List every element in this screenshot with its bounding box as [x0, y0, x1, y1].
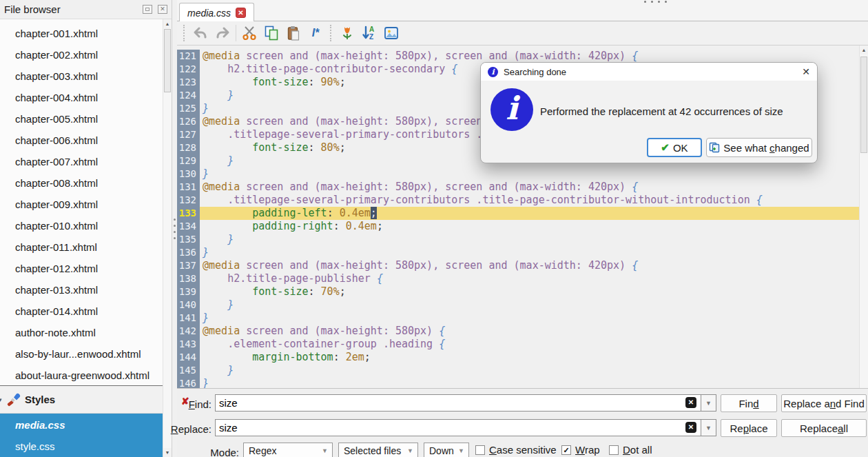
- file-item[interactable]: also-by-laur...enwood.xhtml: [0, 343, 163, 365]
- code-line-130[interactable]: 130}: [177, 167, 859, 181]
- code-text[interactable]: }: [200, 377, 859, 388]
- code-text[interactable]: }: [200, 233, 859, 246]
- code-line-133[interactable]: 133 padding-left: 0.4em;: [177, 207, 859, 220]
- code-line-146[interactable]: 146}: [177, 377, 859, 388]
- insert-marker-icon[interactable]: I*: [304, 23, 327, 43]
- code-line-131[interactable]: 131@media screen and (max-height: 580px)…: [177, 181, 859, 194]
- replace-button[interactable]: Replace: [721, 419, 777, 437]
- file-item[interactable]: chapter-001.xhtml: [0, 23, 163, 44]
- scroll-up-icon[interactable]: ▲: [860, 45, 868, 54]
- code-text[interactable]: .element-container-group .heading {: [200, 338, 859, 351]
- file-item[interactable]: chapter-010.xhtml: [0, 215, 163, 236]
- styles-section-header[interactable]: ▾ Styles: [0, 386, 163, 414]
- file-browser-scrollbar[interactable]: ▲ ▼: [163, 19, 172, 457]
- dialog-titlebar[interactable]: i Searching done ✕: [481, 63, 817, 81]
- code-line-134[interactable]: 134 padding-right: 0.4em;: [177, 220, 859, 233]
- close-panel-icon[interactable]: ✕: [158, 5, 167, 14]
- code-text[interactable]: margin-bottom: 2em;: [200, 351, 859, 364]
- dialog-close-icon[interactable]: ✕: [802, 66, 810, 77]
- paste-icon[interactable]: [282, 23, 304, 43]
- code-line-139[interactable]: 139 font-size: 70%;: [177, 285, 859, 298]
- mode-select[interactable]: Regex▼: [243, 443, 333, 457]
- code-text[interactable]: h2.title-page-publisher {: [200, 272, 859, 285]
- find-input[interactable]: [215, 394, 701, 412]
- checkbox-icon[interactable]: [609, 445, 619, 455]
- style-file-style-css[interactable]: style.css: [0, 436, 163, 457]
- cut-icon[interactable]: [238, 23, 260, 43]
- code-line-144[interactable]: 144 margin-bottom: 2em;: [177, 351, 859, 364]
- code-text[interactable]: }: [200, 364, 859, 377]
- file-item[interactable]: chapter-008.xhtml: [0, 172, 163, 194]
- code-line-132[interactable]: 132 .titlepage-several-primary-contribut…: [177, 194, 859, 207]
- code-text[interactable]: }: [200, 246, 859, 259]
- file-item[interactable]: chapter-007.xhtml: [0, 151, 163, 172]
- code-line-141[interactable]: 141}: [177, 312, 859, 325]
- code-line-136[interactable]: 136}: [177, 246, 859, 259]
- file-item[interactable]: chapter-013.xhtml: [0, 279, 163, 301]
- file-item[interactable]: chapter-012.xhtml: [0, 258, 163, 279]
- file-item[interactable]: chapter-005.xhtml: [0, 108, 163, 130]
- code-text[interactable]: @media screen and (max-height: 580px) {: [200, 325, 859, 338]
- clear-find-icon[interactable]: ✕: [685, 397, 696, 408]
- replace-all-button[interactable]: Replace all: [781, 419, 867, 437]
- special-character-icon[interactable]: [336, 23, 358, 43]
- chevron-down-icon[interactable]: ▾: [0, 396, 7, 403]
- code-text[interactable]: font-size: 70%;: [200, 285, 859, 298]
- code-text[interactable]: @media screen and (max-height: 580px), s…: [200, 259, 859, 272]
- find-button[interactable]: Find: [721, 394, 777, 412]
- code-text[interactable]: @media screen and (max-height: 580px), s…: [200, 181, 859, 194]
- panel-splitter[interactable]: [172, 0, 177, 457]
- tab-media-css[interactable]: media.css ✕: [179, 3, 254, 22]
- code-line-121[interactable]: 121@media screen and (max-height: 580px)…: [177, 50, 859, 63]
- checkbox-icon[interactable]: ✓: [561, 445, 571, 455]
- code-line-145[interactable]: 145 }: [177, 364, 859, 377]
- file-item[interactable]: chapter-009.xhtml: [0, 194, 163, 215]
- scroll-up-icon[interactable]: ▲: [163, 19, 172, 28]
- see-what-changed-button[interactable]: See what changed: [706, 138, 812, 157]
- redo-icon[interactable]: [211, 23, 234, 43]
- direction-select[interactable]: Down▼: [424, 443, 469, 457]
- style-file-media-css[interactable]: media.css: [0, 414, 163, 436]
- undo-icon[interactable]: [189, 23, 211, 43]
- file-item[interactable]: chapter-002.xhtml: [0, 44, 163, 65]
- toolbar-grip[interactable]: [330, 25, 333, 41]
- code-text[interactable]: }: [200, 298, 859, 312]
- replace-and-find-button[interactable]: Replace and Find: [781, 394, 867, 412]
- code-line-142[interactable]: 142@media screen and (max-height: 580px)…: [177, 325, 859, 338]
- scrollbar-thumb[interactable]: [860, 57, 867, 153]
- clear-replace-icon[interactable]: ✕: [685, 422, 696, 433]
- file-item[interactable]: chapter-014.xhtml: [0, 301, 163, 322]
- sort-az-icon[interactable]: AZ: [358, 23, 380, 43]
- code-line-137[interactable]: 137@media screen and (max-height: 580px)…: [177, 259, 859, 272]
- file-item[interactable]: author-note.xhtml: [0, 322, 163, 343]
- insert-image-icon[interactable]: [380, 23, 402, 43]
- code-line-135[interactable]: 135 }: [177, 233, 859, 246]
- code-text[interactable]: padding-right: 0.4em;: [200, 220, 859, 233]
- file-item[interactable]: chapter-004.xhtml: [0, 87, 163, 108]
- code-text[interactable]: padding-left: 0.4em;: [200, 207, 859, 220]
- find-history-dropdown-icon[interactable]: ▼: [701, 394, 716, 412]
- code-line-143[interactable]: 143 .element-container-group .heading {: [177, 338, 859, 351]
- scroll-down-icon[interactable]: ▼: [163, 448, 172, 457]
- editor-scrollbar[interactable]: ▲: [859, 45, 868, 388]
- dot-all-checkbox[interactable]: Dot all: [609, 444, 652, 456]
- float-panel-icon[interactable]: [143, 5, 152, 14]
- code-text[interactable]: @media screen and (max-height: 580px), s…: [200, 50, 859, 63]
- case-sensitive-checkbox[interactable]: Case sensitive: [475, 444, 557, 456]
- file-item[interactable]: chapter-006.xhtml: [0, 130, 163, 151]
- code-line-140[interactable]: 140 }: [177, 298, 859, 312]
- checkbox-icon[interactable]: [475, 445, 485, 455]
- code-text[interactable]: }: [200, 167, 859, 181]
- replace-history-dropdown-icon[interactable]: ▼: [701, 419, 716, 436]
- copy-icon[interactable]: [260, 23, 282, 43]
- ok-button[interactable]: ✔ OK: [647, 138, 702, 157]
- code-text[interactable]: .titlepage-several-primary-contributors …: [200, 194, 859, 207]
- replace-input[interactable]: [215, 419, 701, 436]
- file-item[interactable]: chapter-003.xhtml: [0, 65, 163, 87]
- scope-select[interactable]: Selected files▼: [338, 443, 418, 457]
- toolbar-grip[interactable]: [183, 25, 186, 41]
- wrap-checkbox[interactable]: ✓ Wrap: [561, 444, 600, 456]
- file-item[interactable]: about-laura-greenwood.xhtml: [0, 365, 163, 386]
- code-text[interactable]: }: [200, 312, 859, 325]
- tab-close-icon[interactable]: ✕: [236, 8, 246, 18]
